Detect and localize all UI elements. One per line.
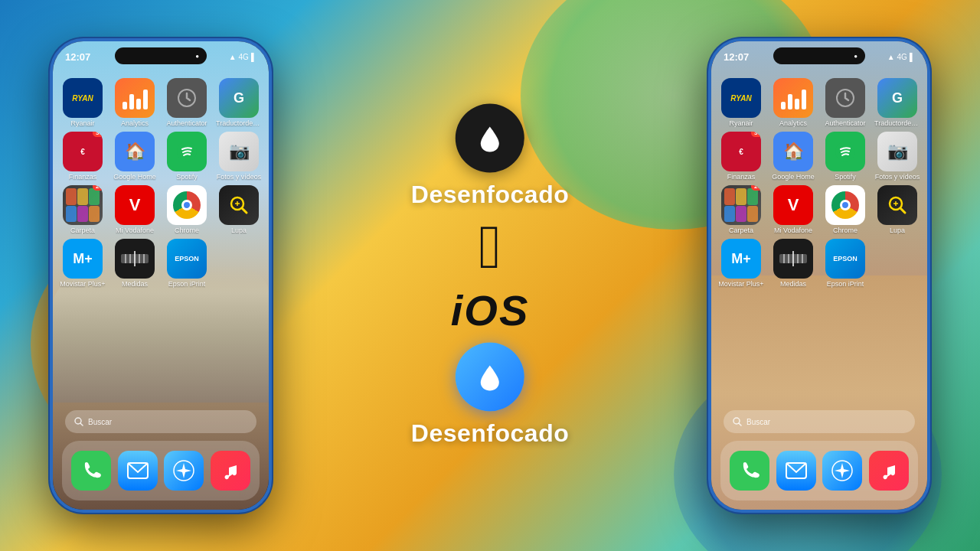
right-translate-icon: G — [877, 78, 917, 118]
left-auth-label: Authenticator — [166, 119, 207, 127]
right-app-finanzas[interactable]: € 35 Finanzas — [717, 132, 765, 181]
svg-line-20 — [900, 208, 905, 213]
left-app-ghome[interactable]: 🏠 Google Home — [111, 132, 158, 181]
phone-left-screen: 12:07 ▲ 4G ▌ ● RYAN — [53, 41, 269, 510]
right-time: 12:07 — [724, 51, 749, 63]
right-lupa-icon — [877, 185, 917, 225]
left-app-carpeta[interactable]: 29 Carpeta — [59, 185, 106, 234]
right-medidas-icon — [773, 239, 813, 279]
right-app-translate[interactable]: G TraductordeG... — [874, 78, 921, 127]
right-app-movistar[interactable]: M+ Movistar Plus+ — [717, 239, 765, 288]
left-dock-safari[interactable] — [164, 451, 204, 491]
right-lupa-label: Lupa — [890, 227, 905, 234]
phone-left-frame: 12:07 ▲ 4G ▌ ● RYAN — [50, 38, 272, 513]
right-app-chrome[interactable]: Chrome — [822, 185, 869, 234]
right-app-carpeta[interactable]: 29 Carpeta — [717, 185, 765, 234]
right-fotos-label: Fotos y vídeos — [875, 173, 920, 181]
left-search-bar[interactable]: Buscar — [65, 410, 256, 433]
left-app-ryanair[interactable]: RYAN Ryanair — [59, 78, 106, 127]
left-search-text: Buscar — [88, 418, 112, 426]
left-dock-music[interactable] — [211, 451, 250, 491]
right-movistar-label: Movistar Plus+ — [718, 280, 763, 288]
right-search-bar[interactable]: Buscar — [724, 410, 915, 433]
right-app-authenticator[interactable]: Authenticator — [822, 78, 869, 127]
right-app-vodafone[interactable]: V Mi Vodafone — [769, 185, 817, 234]
right-app-ryanair[interactable]: RYAN Ryanair — [717, 78, 765, 127]
svg-line-30 — [739, 423, 741, 425]
right-app-lupa[interactable]: Lupa — [874, 185, 921, 234]
right-battery-icon: ▌ — [910, 53, 915, 61]
right-dock-music[interactable] — [869, 451, 909, 491]
svg-line-3 — [242, 208, 247, 213]
right-camera-icon: ● — [854, 53, 858, 60]
left-dock-phone[interactable] — [71, 451, 111, 491]
right-vodafone-label: Mi Vodafone — [774, 227, 812, 234]
left-app-fotos[interactable]: 📷 Fotos y vídeos — [215, 132, 263, 181]
right-analytics-label: Analytics — [779, 119, 807, 127]
phone-right-frame: 12:07 ▲ 4G ▌ ● RYAN — [708, 38, 930, 513]
left-chrome-label: Chrome — [175, 227, 199, 234]
right-finanzas-badge: 35 — [751, 132, 761, 137]
right-movistar-icon: M+ — [721, 239, 761, 279]
left-app-finanzas[interactable]: € 35 Finanzas — [59, 132, 106, 181]
left-app-lupa[interactable]: Lupa — [215, 185, 263, 234]
right-carpeta-label: Carpeta — [729, 227, 753, 234]
right-dock-safari[interactable] — [822, 451, 862, 491]
left-app-movistar[interactable]: M+ Movistar Plus+ — [59, 239, 106, 288]
left-movistar-label: Movistar Plus+ — [60, 280, 105, 288]
left-app-epson[interactable]: EPSON Epson iPrint — [163, 239, 211, 288]
phone-left: 12:07 ▲ 4G ▌ ● RYAN — [50, 38, 272, 513]
left-lupa-label: Lupa — [231, 227, 247, 234]
bottom-desenfocado-label: Desenfocado — [411, 419, 569, 448]
left-analytics-icon — [115, 78, 155, 118]
left-app-authenticator[interactable]: Authenticator — [163, 78, 211, 127]
right-chrome-label: Chrome — [833, 227, 858, 234]
right-fotos-icon: 📷 — [877, 132, 917, 171]
svg-line-13 — [80, 423, 83, 425]
right-search-text: Buscar — [746, 418, 770, 426]
right-finanzas-icon: € 35 — [721, 132, 761, 171]
left-medidas-icon — [115, 239, 155, 279]
left-chrome-center — [181, 200, 192, 210]
right-ghome-label: Google Home — [772, 173, 815, 181]
right-app-epson[interactable]: EPSON Epson iPrint — [822, 239, 869, 288]
right-chrome-icon — [825, 185, 865, 225]
left-translate-icon: G — [219, 78, 259, 118]
left-notch: ● — [115, 47, 207, 64]
left-carpeta-badge: 29 — [93, 185, 103, 191]
right-notch: ● — [773, 47, 865, 64]
right-dock-mail[interactable] — [776, 451, 816, 491]
right-auth-label: Authenticator — [825, 119, 865, 127]
ios-label: iOS — [451, 285, 529, 335]
left-epson-icon: EPSON — [167, 239, 207, 279]
drop-icon-blue — [456, 343, 524, 412]
right-dock-phone[interactable] — [730, 451, 769, 491]
left-carpeta-icon: 29 — [63, 185, 103, 225]
right-chrome-ring — [831, 191, 859, 219]
left-spotify-label: Spotify — [176, 173, 198, 181]
left-finanzas-badge: 35 — [93, 132, 103, 137]
right-app-spotify[interactable]: Spotify — [822, 132, 869, 181]
left-app-grid: RYAN Ryanair Analytics — [59, 78, 263, 288]
left-app-spotify[interactable]: Spotify — [163, 132, 211, 181]
drop-icon-dark — [456, 104, 524, 173]
left-app-vodafone[interactable]: V Mi Vodafone — [111, 185, 158, 234]
svg-marker-16 — [176, 463, 191, 478]
left-status-right: ▲ 4G ▌ — [229, 53, 256, 61]
left-dock-mail[interactable] — [118, 451, 158, 491]
apple-logo:  — [479, 217, 501, 278]
right-app-analytics[interactable]: Analytics — [769, 78, 817, 127]
right-spotify-icon — [825, 132, 865, 171]
right-app-medidas[interactable]: Medidas — [769, 239, 817, 288]
right-auth-icon — [825, 78, 865, 118]
left-fotos-icon: 📷 — [219, 132, 259, 171]
center-content: Desenfocado  iOS Desenfocado — [411, 104, 569, 448]
left-battery-icon: ▌ — [251, 53, 256, 61]
left-app-medidas[interactable]: Medidas — [111, 239, 158, 288]
right-app-fotos[interactable]: 📷 Fotos y vídeos — [874, 132, 921, 181]
left-app-chrome[interactable]: Chrome — [163, 185, 211, 234]
left-app-analytics[interactable]: Analytics — [111, 78, 158, 127]
left-translate-label: TraductordeG... — [216, 119, 262, 127]
left-app-translate[interactable]: G TraductordeG... — [215, 78, 263, 127]
right-app-ghome[interactable]: 🏠 Google Home — [769, 132, 817, 181]
